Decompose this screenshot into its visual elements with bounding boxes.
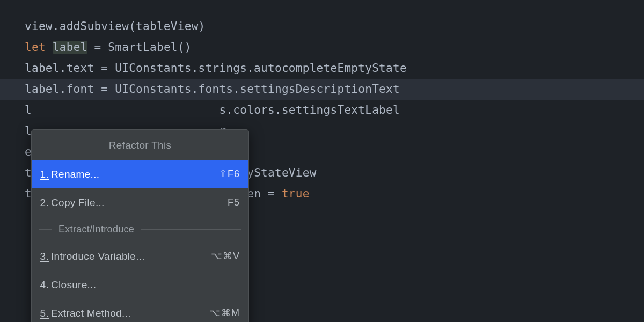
rename-target[interactable]: label — [53, 41, 87, 54]
popup-item-shortcut: ⌥⌘V — [211, 246, 240, 267]
popup-item-shortcut: ⌥⌘M — [209, 303, 240, 322]
divider — [141, 229, 241, 230]
code-token: l — [25, 104, 32, 116]
popup-item-extract-method[interactable]: 5. Extract Method... ⌥⌘M — [32, 299, 248, 322]
popup-item-rename[interactable]: 1. Rename... ⇧F6 — [32, 160, 248, 188]
popup-item-number: 4. — [39, 274, 49, 295]
popup-item-shortcut: F5 — [228, 192, 240, 213]
popup-item-label: Closure... — [51, 274, 240, 295]
popup-item-label: Introduce Variable... — [51, 246, 211, 267]
popup-item-introduce-variable[interactable]: 3. Introduce Variable... ⌥⌘V — [32, 242, 248, 270]
code-token: label.text = UIConstants.strings.autocom… — [25, 62, 407, 75]
code-line-current[interactable]: label.font = UIConstants.fonts.settingsD… — [0, 79, 644, 100]
code-token: label.font = UIConstants.fonts.settingsD… — [25, 83, 400, 96]
popup-title: Refactor This — [32, 130, 248, 160]
popup-item-shortcut: ⇧F6 — [219, 164, 240, 185]
refactor-popup: Refactor This 1. Rename... ⇧F6 2. Copy F… — [31, 129, 249, 322]
code-line[interactable]: let label = SmartLabel() — [0, 37, 644, 58]
popup-item-closure[interactable]: 4. Closure... — [32, 270, 248, 299]
code-token: e — [25, 145, 32, 158]
code-token: t — [25, 166, 32, 179]
popup-item-label: Copy File... — [51, 192, 228, 213]
code-line[interactable]: view.addSubview(tableView) — [0, 16, 644, 37]
code-token — [46, 41, 53, 54]
popup-item-copy-file[interactable]: 2. Copy File... F5 — [32, 188, 248, 217]
divider — [39, 229, 52, 230]
popup-item-label: Rename... — [51, 164, 219, 185]
code-token: l — [25, 125, 32, 137]
popup-item-number: 1. — [39, 164, 49, 185]
code-line[interactable]: label.text = UIConstants.strings.autocom… — [0, 58, 644, 79]
popup-item-label: Extract Method... — [51, 303, 209, 322]
popup-section-header: Extract/Introduce — [32, 217, 248, 242]
code-token: s.colors.settingsTextLabel — [219, 104, 400, 116]
popup-item-number: 5. — [39, 303, 49, 322]
popup-section-label: Extract/Introduce — [58, 219, 134, 240]
code-token: view.addSubview(tableView) — [25, 20, 206, 33]
popup-item-number: 2. — [39, 192, 49, 213]
code-line[interactable]: label.textColor = UIConstants.colors.set… — [0, 100, 644, 121]
code-token: = SmartLabel() — [87, 41, 192, 54]
code-token: t — [25, 187, 32, 200]
keyword-let: let — [25, 41, 46, 54]
popup-item-number: 3. — [39, 246, 49, 267]
code-editor[interactable]: view.addSubview(tableView) let label = S… — [0, 0, 644, 204]
code-token-bool: true — [282, 187, 310, 200]
